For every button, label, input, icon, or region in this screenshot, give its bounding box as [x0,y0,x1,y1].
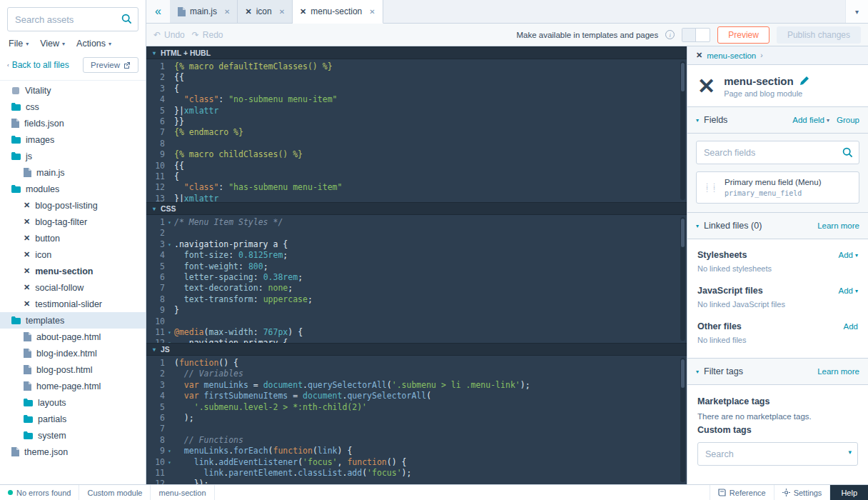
code-lines[interactable]: 1▾/* Menu Item Styles */23▾.navigation-p… [146,215,687,343]
linked-group-empty-text: No linked stylesheets [697,264,858,273]
add-field-button[interactable]: Add field▾ [792,116,829,124]
tree-item-label: button [35,234,60,244]
linked-group-empty-text: No linked JavaScript files [697,300,858,309]
tab-main-js[interactable]: main.js✕ [171,0,238,23]
scrollbar[interactable] [680,61,685,200]
back-to-all-files-link[interactable]: ‹Back to all files [7,60,69,70]
undo-button[interactable]: ↶Undo [153,30,185,40]
info-icon[interactable]: i [665,30,675,39]
linked-files-learn-more-link[interactable]: Learn more [817,221,859,230]
code-section-header[interactable]: ▾CSS [146,202,687,215]
fold-caret-icon[interactable]: ▾ [165,239,174,250]
code-section-header[interactable]: ▾JS [146,343,687,356]
code-section-header[interactable]: ▾HTML + HUBL [146,46,687,59]
tree-item-vitality[interactable]: Vitality [0,82,146,99]
menu-actions[interactable]: Actions▾ [76,39,111,49]
fold-caret-icon[interactable]: ▾ [165,327,174,338]
sidebar-preview-button[interactable]: Preview [83,57,138,73]
close-icon[interactable]: ✕ [279,8,285,16]
menu-view[interactable]: View▾ [40,39,65,49]
file-icon [24,332,31,341]
tree-item-theme-json[interactable]: theme.json [0,444,146,460]
add-button[interactable]: Add [844,322,858,331]
tree-item-blog-post-html[interactable]: blog-post.html [0,361,146,378]
fold-caret-icon[interactable]: ▾ [165,446,174,456]
menu-file[interactable]: File▾ [9,39,29,49]
search-input[interactable] [7,7,138,31]
publish-changes-button[interactable]: Publish changes [777,26,861,44]
code-line: 6}} [146,116,687,127]
tree-item-js[interactable]: js [0,148,146,164]
tree-item-fields-json[interactable]: fields.json [0,115,146,131]
scrollbar[interactable] [680,358,685,482]
close-icon[interactable]: ✕ [369,8,375,16]
collapse-sidebar-button[interactable]: « [146,0,171,23]
tree-item-button[interactable]: ✕button [0,230,146,246]
gutter-spacer [165,171,174,182]
fields-section-header[interactable]: ▾ Fields Add field▾ Group [687,106,868,134]
tree-item-blog-post-listing[interactable]: ✕blog-post-listing [0,197,146,214]
code-lines[interactable]: 1(function() {2 // Variables3 var menuLi… [146,356,687,484]
tree-item-system[interactable]: system [0,427,146,444]
custom-tags-search-select[interactable] [697,442,858,466]
linked-group-stylesheets: StylesheetsAdd▾No linked stylesheets [697,244,858,279]
tab-menu-section[interactable]: ✕menu-section✕ [293,0,383,24]
gutter-spacer [165,94,174,105]
tree-item-menu-section[interactable]: ✕menu-section [0,263,146,279]
close-icon[interactable]: ✕ [224,8,230,16]
scrollbar-thumb[interactable] [681,63,685,91]
tree-item-images[interactable]: images [0,131,146,148]
availability-label: Make available in templates and pages [516,31,658,39]
theme-icon [11,86,20,95]
tree-item-modules[interactable]: modules [0,181,146,197]
tree-item-blog-tag-filter[interactable]: ✕blog-tag-filter [0,214,146,230]
scrollbar-thumb[interactable] [681,359,685,388]
tree-item-icon[interactable]: ✕icon [0,246,146,263]
edit-pencil-icon[interactable] [799,76,809,86]
module-icon: ✕ [24,201,30,209]
gutter-spacer [165,369,174,379]
marketplace-tags-title: Marketplace tags [697,396,858,406]
tree-item-about-page-html[interactable]: about-page.html [0,329,146,345]
filter-tags-learn-more-link[interactable]: Learn more [817,367,859,376]
fold-caret-icon[interactable]: ▾ [165,217,174,228]
code-editor[interactable]: ▾HTML + HUBL1{% macro defaultItemClasses… [146,46,687,484]
availability-toggle[interactable] [682,28,710,42]
code-lines[interactable]: 1{% macro defaultItemClasses() %}2{{3{4 … [146,59,687,202]
search-fields-input[interactable] [696,141,859,164]
tree-item-css[interactable]: css [0,99,146,115]
statusbar-help-button[interactable]: Help [829,485,868,500]
drag-handle-icon[interactable]: ⋮⋮⋮⋮ [704,184,718,191]
preview-button[interactable]: Preview [717,26,769,44]
scrollbar[interactable] [680,217,685,341]
fold-caret-icon[interactable]: ▾ [165,338,174,343]
scrollbar-thumb[interactable] [681,219,685,247]
tree-item-social-follow[interactable]: ✕social-follow [0,279,146,296]
tree-item-main-js[interactable]: main.js [0,164,146,181]
fold-caret-icon[interactable]: ▾ [165,457,174,468]
code-line: 3▾.navigation-primary a { [146,239,687,250]
add-button[interactable]: Add▾ [839,286,858,295]
code-line: 10{{ [146,161,687,171]
statusbar-settings-button[interactable]: Settings [774,485,830,500]
gutter-spacer [165,424,174,434]
linked-files-section-header[interactable]: ▾ Linked files (0) Learn more [687,212,868,239]
field-item[interactable]: ⋮⋮⋮⋮ Primary menu field (Menu) primary_m… [696,171,859,204]
tree-item-label: main.js [36,168,65,178]
tree-item-blog-index-html[interactable]: blog-index.html [0,345,146,361]
tree-item-layouts[interactable]: layouts [0,394,146,411]
tree-item-home-page-html[interactable]: home-page.html [0,378,146,394]
group-button[interactable]: Group [837,116,859,124]
code-line: 7 [146,424,687,434]
tree-item-templates[interactable]: templates [0,312,146,329]
add-button[interactable]: Add▾ [839,251,858,259]
tree-item-testimonial-slider[interactable]: ✕testimonial-slider [0,296,146,312]
breadcrumb-module-link[interactable]: menu-section [707,51,756,60]
tree-item-partials[interactable]: partials [0,411,146,427]
filter-tags-section-header[interactable]: ▾ Filter tags Learn more [687,358,868,385]
statusbar-reference-button[interactable]: Reference [710,485,774,500]
tab-overflow-button[interactable]: ▾ [845,0,868,23]
linked-group-other-files: Other filesAddNo linked files [697,315,858,351]
tab-icon[interactable]: ✕icon✕ [238,0,293,23]
redo-button[interactable]: ↷Redo [192,30,223,40]
